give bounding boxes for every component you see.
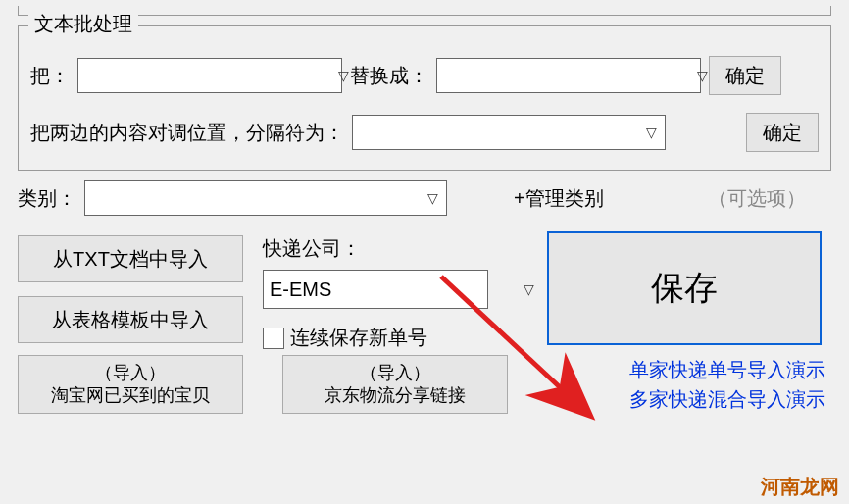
category-label: 类别： — [18, 185, 76, 212]
taobao-line1: （导入） — [95, 362, 166, 384]
replace-to-label: 替换成： — [350, 63, 428, 89]
category-combo[interactable]: ▽ — [84, 180, 447, 216]
chevron-down-icon: ▽ — [338, 68, 349, 83]
continuous-save-label: 连续保存新单号 — [290, 325, 427, 351]
multi-courier-demo-link[interactable]: 多家快递混合导入演示 — [629, 384, 825, 414]
lower-panel: 类别： ▽ +管理类别 （可选项） 从TXT文档中导入 从表格模板中导入 快递公… — [0, 171, 849, 351]
jd-line2: 京东物流分享链接 — [325, 384, 466, 407]
text-batch-fieldset: 文本批处理 把： ▽ 替换成： ▽ 确定 把两边的内容对调位置，分隔符为： ▽ … — [18, 25, 831, 171]
replace-to-input[interactable] — [437, 59, 697, 92]
chevron-down-icon: ▽ — [524, 281, 534, 297]
manage-category-link[interactable]: +管理类别 — [514, 185, 604, 212]
replace-to-combo[interactable]: ▽ — [436, 58, 701, 93]
category-input[interactable] — [85, 181, 419, 215]
courier-label: 快递公司： — [263, 235, 518, 262]
save-button[interactable]: 保存 — [547, 231, 822, 345]
continuous-save-row: 连续保存新单号 — [263, 325, 518, 351]
swap-delimiter-combo[interactable]: ▽ — [352, 115, 666, 150]
courier-col: 快递公司： ▽ 连续保存新单号 — [263, 235, 518, 351]
chevron-down-icon: ▽ — [419, 190, 446, 206]
chevron-down-icon: ▽ — [697, 68, 708, 83]
single-courier-demo-link[interactable]: 单家快递单号导入演示 — [629, 355, 825, 384]
chevron-down-icon: ▽ — [637, 125, 665, 140]
import-jd-button[interactable]: （导入） 京东物流分享链接 — [282, 355, 508, 414]
swap-row: 把两边的内容对调位置，分隔符为： ▽ 确定 — [30, 113, 819, 152]
replace-row: 把： ▽ 替换成： ▽ 确定 — [30, 56, 819, 95]
jd-line1: （导入） — [360, 362, 430, 384]
import-txt-button[interactable]: 从TXT文档中导入 — [18, 235, 243, 282]
fieldset-legend: 文本批处理 — [28, 11, 138, 37]
top-frame-fragment — [18, 6, 831, 16]
taobao-line2: 淘宝网已买到的宝贝 — [51, 384, 210, 407]
replace-confirm-button[interactable]: 确定 — [709, 56, 781, 95]
replace-from-input[interactable] — [78, 59, 338, 92]
import-buttons-col: 从TXT文档中导入 从表格模板中导入 — [18, 235, 243, 351]
swap-confirm-button[interactable]: 确定 — [746, 113, 819, 152]
continuous-save-checkbox[interactable] — [263, 328, 284, 349]
swap-delimiter-input[interactable] — [353, 116, 637, 149]
courier-combo[interactable]: ▽ — [263, 270, 488, 309]
optional-hint: （可选项） — [708, 185, 806, 212]
courier-input[interactable] — [264, 271, 524, 308]
import-template-button[interactable]: 从表格模板中导入 — [18, 296, 243, 343]
replace-from-combo[interactable]: ▽ — [77, 58, 342, 93]
import-taobao-button[interactable]: （导入） 淘宝网已买到的宝贝 — [18, 355, 243, 414]
demo-links: 单家快递单号导入演示 多家快递混合导入演示 — [629, 355, 825, 414]
watermark: 河南龙网 — [761, 474, 839, 500]
replace-from-label: 把： — [30, 63, 70, 89]
swap-label: 把两边的内容对调位置，分隔符为： — [30, 120, 344, 146]
category-row: 类别： ▽ +管理类别 （可选项） — [18, 180, 831, 216]
